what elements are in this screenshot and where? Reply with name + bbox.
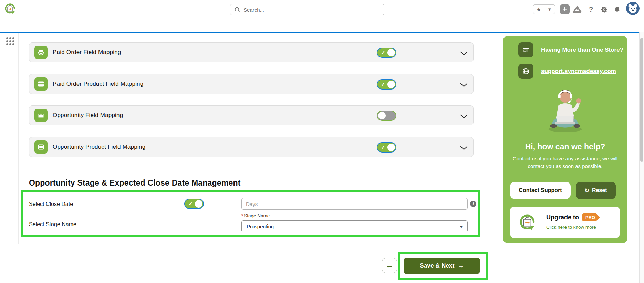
select-stage-name-label: Select Stage Name bbox=[29, 221, 76, 228]
upgrade-card: Upgrade to PRO Click here to know more bbox=[510, 207, 620, 238]
accordion-paid-order-product-field-mapping[interactable]: Paid Order Product Field Mapping ✓ bbox=[29, 74, 474, 94]
support-site-link[interactable]: support.syncmadeasy.com bbox=[541, 68, 616, 75]
user-avatar[interactable] bbox=[626, 2, 640, 15]
stage-name-select[interactable]: Prospecting ▾ bbox=[241, 220, 468, 232]
accordion-label: Paid Order Field Mapping bbox=[53, 49, 121, 56]
back-arrow-icon: ← bbox=[386, 261, 393, 270]
store-icon bbox=[518, 42, 533, 57]
opportunity-product-field-mapping-toggle[interactable]: ✓ bbox=[377, 142, 396, 153]
check-icon: ✓ bbox=[381, 81, 385, 87]
notifications-bell-icon[interactable] bbox=[612, 4, 622, 14]
toggle-knob bbox=[387, 144, 395, 151]
chevron-down-icon[interactable] bbox=[460, 114, 468, 120]
section-title: Opportunity Stage & Expected Close Date … bbox=[29, 178, 241, 188]
search-input[interactable] bbox=[243, 7, 374, 13]
sync-made-easy-logo bbox=[3, 2, 17, 15]
support-person-illustration bbox=[536, 83, 594, 136]
required-asterisk: * bbox=[241, 213, 243, 218]
chevron-down-icon[interactable] bbox=[460, 51, 468, 57]
store-link[interactable]: Having More than One Store? bbox=[541, 46, 623, 53]
favorites-dropdown-button[interactable]: ▾ bbox=[544, 5, 555, 14]
vertical-scrollbar bbox=[639, 32, 644, 283]
opportunity-field-mapping-toggle[interactable]: ✓ bbox=[377, 111, 396, 121]
crown-icon bbox=[34, 109, 48, 122]
app-launcher-icon[interactable] bbox=[6, 37, 14, 45]
toggle-knob bbox=[387, 81, 395, 88]
sidebar-heading: Hi, how can we help? bbox=[503, 142, 627, 151]
trailhead-icon[interactable] bbox=[572, 4, 582, 14]
global-search bbox=[230, 4, 384, 15]
accordion-label: Opportunity Product Field Mapping bbox=[53, 144, 145, 150]
columns-icon bbox=[34, 140, 48, 154]
select-close-date-label: Select Close Date bbox=[29, 201, 73, 207]
stage-name-field-label: *Stage Name bbox=[241, 213, 270, 218]
sidebar-support-link-row: support.syncmadeasy.com bbox=[518, 64, 616, 79]
toggle-knob bbox=[195, 200, 202, 208]
contact-support-button[interactable]: Contact Support bbox=[510, 182, 571, 199]
info-icon[interactable]: i bbox=[470, 201, 476, 207]
reset-icon: ↻ bbox=[585, 187, 589, 194]
favorite-star-button[interactable]: ★ bbox=[533, 5, 544, 14]
check-icon: ✓ bbox=[381, 144, 385, 150]
stage-name-value: Prospecting bbox=[247, 223, 274, 229]
global-header: ★ ▾ + ? bbox=[0, 0, 644, 17]
layers-icon bbox=[34, 46, 48, 59]
upgrade-link[interactable]: Click here to know more bbox=[546, 224, 596, 230]
sidebar-store-link-row: Having More than One Store? bbox=[518, 42, 623, 57]
accordion-opportunity-product-field-mapping[interactable]: Opportunity Product Field Mapping ✓ bbox=[29, 137, 474, 157]
favorites-control: ★ ▾ bbox=[533, 4, 555, 14]
accordion-label: Opportunity Field Mapping bbox=[53, 112, 123, 119]
accordion-paid-order-field-mapping[interactable]: Paid Order Field Mapping ✓ bbox=[29, 42, 474, 62]
reset-button[interactable]: ↻ Reset bbox=[576, 182, 616, 199]
chevron-down-icon[interactable] bbox=[460, 82, 468, 88]
check-icon: ✓ bbox=[188, 201, 193, 207]
close-date-toggle[interactable]: ✓ bbox=[184, 199, 204, 209]
save-next-button[interactable]: Save & Next → bbox=[404, 258, 480, 274]
sync-made-easy-logo bbox=[518, 212, 537, 232]
upgrade-title: Upgrade to PRO bbox=[546, 213, 600, 221]
close-date-toggle-wrap: ✓ bbox=[184, 199, 204, 209]
gear-icon[interactable] bbox=[599, 4, 609, 14]
globe-icon bbox=[518, 64, 533, 79]
help-button[interactable]: ? bbox=[586, 4, 596, 14]
toggle-knob bbox=[378, 112, 386, 119]
toggle-knob bbox=[387, 49, 395, 56]
scrollbar-thumb[interactable] bbox=[640, 38, 643, 162]
accordion-opportunity-field-mapping[interactable]: Opportunity Field Mapping ✓ bbox=[29, 105, 474, 125]
chevron-down-icon[interactable] bbox=[460, 145, 468, 151]
days-input[interactable] bbox=[241, 198, 468, 210]
global-actions-button[interactable]: + bbox=[560, 4, 570, 14]
app-nav-bar: HIC Sync made easy SME Settings bbox=[0, 17, 644, 32]
paid-order-product-field-mapping-toggle[interactable]: ✓ bbox=[377, 79, 396, 90]
check-icon: ✓ bbox=[381, 50, 385, 56]
table-icon bbox=[34, 77, 48, 91]
help-sidebar: Having More than One Store? support.sync… bbox=[503, 36, 627, 243]
accordion-label: Paid Order Product Field Mapping bbox=[53, 81, 143, 87]
search-icon bbox=[235, 7, 240, 13]
app-window: ★ ▾ + ? HIC Sync made easy SME Settings bbox=[0, 0, 644, 283]
pro-badge: PRO bbox=[582, 213, 600, 221]
forward-arrow-icon: → bbox=[458, 262, 464, 269]
back-button[interactable]: ← bbox=[382, 258, 397, 273]
caret-down-icon: ▾ bbox=[460, 224, 463, 229]
sidebar-message: Contact us if you have any assistance, w… bbox=[509, 155, 621, 170]
paid-order-field-mapping-toggle[interactable]: ✓ bbox=[377, 48, 396, 58]
